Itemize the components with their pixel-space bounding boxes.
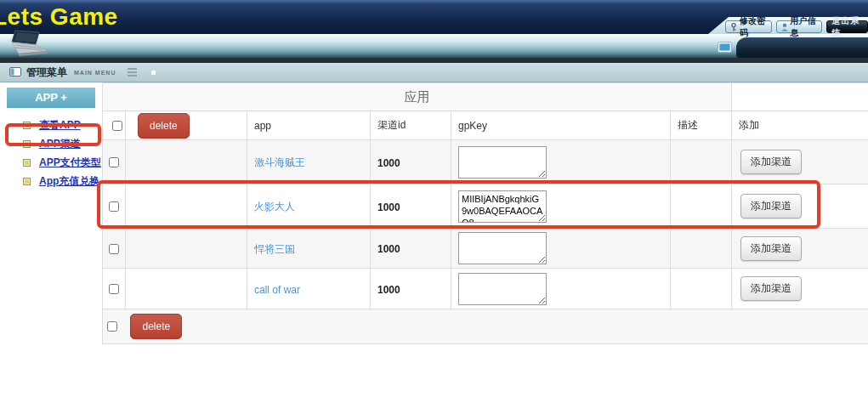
logout-label: 退出系统	[831, 15, 863, 39]
table-row: call of war 1000 添加渠道	[103, 269, 868, 309]
select-all-checkbox-bottom[interactable]	[107, 321, 117, 332]
change-password-label: 修改密码	[740, 15, 767, 39]
menu-square-marker	[151, 71, 156, 75]
desc-cell	[671, 140, 732, 184]
logout-button[interactable]: 退出系统	[826, 20, 868, 33]
laptop-icon	[9, 30, 50, 60]
app-link[interactable]: 激斗海贼王	[247, 156, 305, 168]
gpkey-textarea[interactable]	[458, 146, 547, 179]
app-link[interactable]: call of war	[247, 284, 300, 296]
gpkey-textarea[interactable]: MIIBIjANBgkqhkiG9w0BAQEFAAOCAQ8	[458, 190, 547, 223]
sidebar: APP + 查看APP APP渠道 APP支付类型 App充值兑换	[0, 82, 102, 190]
add-channel-button[interactable]: 添加渠道	[740, 236, 802, 261]
channel-id: 1000	[371, 201, 400, 213]
table-title: 应用	[103, 83, 732, 111]
desc-cell	[671, 184, 732, 229]
hamburger-icon[interactable]	[128, 68, 137, 77]
window-icon	[9, 65, 21, 80]
sidebar-item-1[interactable]: APP渠道	[0, 134, 102, 153]
col-header-app: app	[247, 111, 371, 140]
user-icon	[781, 23, 788, 31]
table-row: 悍将三国 1000 添加渠道	[103, 229, 868, 269]
table-row: 激斗海贼王 1000 添加渠道	[103, 140, 868, 184]
row-spacer-cell	[126, 229, 247, 269]
table-row: 火影大人 1000 MIIBIjANBgkqhkiG9w0BAQEFAAOCAQ…	[103, 184, 868, 229]
channel-id: 1000	[371, 284, 400, 296]
channel-id: 1000	[371, 157, 400, 169]
toolbar-dark-segment	[736, 37, 868, 58]
row-checkbox[interactable]	[109, 157, 119, 167]
row-checkbox[interactable]	[109, 244, 119, 254]
add-channel-button[interactable]: 添加渠道	[740, 150, 802, 174]
menu-title: 管理菜单	[26, 65, 67, 80]
page: Lets Game 修改密码	[0, 0, 868, 397]
gpkey-textarea[interactable]	[458, 232, 547, 264]
add-channel-button[interactable]: 添加渠道	[740, 194, 802, 218]
change-password-button[interactable]: 修改密码	[725, 20, 772, 33]
bullet-square-icon	[23, 140, 31, 148]
row-spacer-cell	[126, 184, 247, 229]
app-link[interactable]: 悍将三国	[247, 243, 295, 255]
header-buttons: 修改密码 用户信息 退出系统	[725, 20, 868, 33]
desc-cell	[671, 229, 732, 269]
user-info-label: 用户信息	[791, 15, 818, 39]
sidebar-item-2[interactable]: APP支付类型	[0, 153, 102, 172]
desc-cell	[671, 269, 732, 309]
row-checkbox[interactable]	[109, 201, 119, 212]
bullet-square-icon	[23, 178, 31, 185]
sidebar-item-label[interactable]: App充值兑换	[39, 174, 99, 189]
sidebar-item-0[interactable]: 查看APP	[0, 116, 102, 134]
col-header-desc: 描述	[671, 111, 732, 140]
sidebar-header-app[interactable]: APP +	[7, 88, 95, 108]
col-header-gpkey: gpKey	[451, 111, 671, 140]
channel-id: 1000	[371, 243, 400, 255]
bullet-square-icon	[23, 122, 31, 129]
sidebar-item-label[interactable]: 查看APP	[39, 118, 81, 133]
user-info-button[interactable]: 用户信息	[776, 20, 823, 33]
row-spacer-cell	[126, 269, 247, 309]
table-title-spacer	[732, 83, 868, 111]
col-header-add: 添加	[732, 111, 868, 140]
delete-button-bottom[interactable]: delete	[130, 314, 182, 339]
sidebar-item-3[interactable]: App充值兑换	[0, 172, 102, 190]
bullet-square-icon	[23, 159, 31, 167]
gpkey-textarea[interactable]	[458, 273, 547, 305]
apps-table: 应用 delete app 渠道id gpKey 描述 添加 激斗海贼王 100…	[102, 82, 868, 344]
key-icon	[730, 23, 737, 31]
brand-title: Lets Game	[0, 3, 118, 31]
main-menu-bar: 管理菜单 MAIN MENU	[0, 63, 868, 82]
table-footer: delete	[103, 309, 868, 344]
app-link[interactable]: 火影大人	[247, 201, 295, 213]
row-spacer-cell	[126, 140, 247, 184]
select-all-checkbox[interactable]	[112, 121, 122, 131]
sidebar-item-label[interactable]: APP渠道	[39, 137, 81, 151]
delete-button-top[interactable]: delete	[138, 113, 190, 139]
add-channel-button[interactable]: 添加渠道	[740, 276, 802, 301]
col-header-channel-id: 渠道id	[371, 111, 451, 140]
monitor-icon[interactable]	[718, 42, 732, 57]
row-checkbox[interactable]	[109, 284, 119, 294]
sidebar-item-label[interactable]: APP支付类型	[39, 156, 101, 170]
menu-subtitle: MAIN MENU	[74, 70, 116, 76]
